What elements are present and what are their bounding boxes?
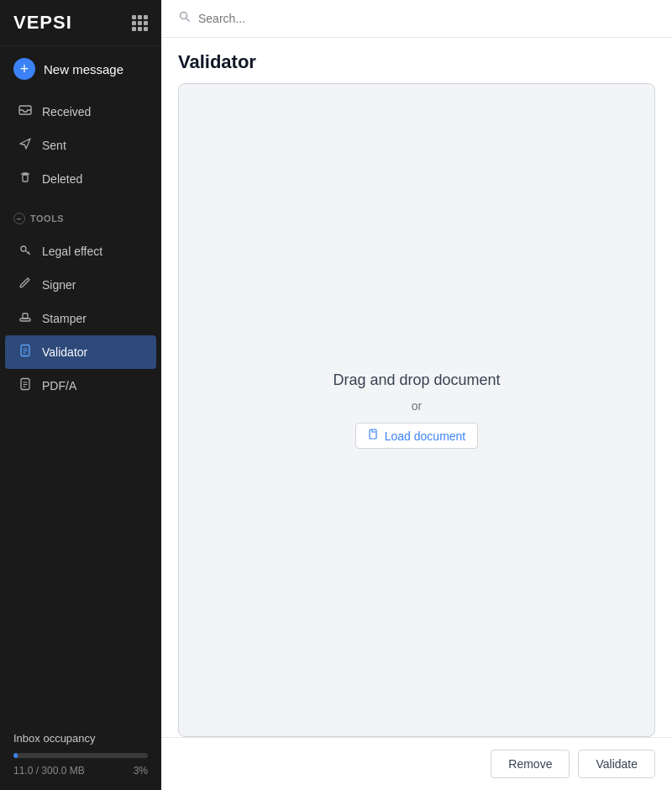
tools-collapse-icon[interactable]: − [13, 213, 25, 224]
stamper-icon [18, 310, 32, 327]
progress-bar-background [13, 753, 148, 758]
tools-label: TOOLS [30, 213, 64, 224]
load-document-label: Load document [385, 429, 466, 443]
sidebar-item-deleted[interactable]: Deleted [5, 162, 156, 196]
sidebar-item-signer-label: Signer [42, 278, 76, 292]
plus-icon: + [13, 58, 35, 80]
bottom-actions: Remove Validate [161, 737, 672, 790]
tools-nav: Legal effect Signer Stamper Validator PD… [0, 231, 161, 406]
search-icon [178, 10, 192, 27]
sent-icon [18, 137, 32, 154]
sidebar-header: VEPSI [0, 0, 161, 46]
sidebar-item-legal-effect[interactable]: Legal effect [5, 234, 156, 268]
occupancy-used: 11.0 / 300.0 MB [13, 765, 85, 777]
load-document-button[interactable]: Load document [355, 423, 479, 449]
validate-button[interactable]: Validate [578, 750, 655, 778]
grid-menu-button[interactable] [132, 15, 148, 31]
svg-rect-8 [370, 429, 376, 439]
file-icon [368, 429, 380, 443]
sidebar-item-sent[interactable]: Sent [5, 129, 156, 162]
sidebar-item-validator-label: Validator [42, 345, 87, 359]
sidebar-item-validator[interactable]: Validator [5, 335, 156, 369]
sidebar-item-deleted-label: Deleted [42, 172, 82, 186]
search-input[interactable] [198, 12, 366, 25]
svg-rect-1 [23, 175, 28, 182]
inbox-occupancy-label: Inbox occupancy [13, 732, 148, 745]
drop-zone[interactable]: Drag and drop document or Load document [178, 83, 655, 737]
grid-icon [132, 15, 148, 31]
new-message-label: New message [44, 62, 123, 76]
remove-button[interactable]: Remove [491, 750, 570, 778]
logo: VEPSI [13, 12, 72, 34]
new-message-button[interactable]: + New message [0, 46, 161, 92]
sidebar: VEPSI + New message Received Sent [0, 0, 161, 790]
signer-icon [18, 276, 32, 293]
sidebar-item-sent-label: Sent [42, 139, 66, 152]
sidebar-item-stamper-label: Stamper [42, 312, 87, 325]
inbox-occupancy-section: Inbox occupancy 11.0 / 300.0 MB 3% [0, 719, 161, 790]
sidebar-item-pdfa-label: PDF/A [42, 379, 76, 392]
sidebar-item-received-label: Received [42, 105, 91, 118]
main-content: Validator Drag and drop document or Load… [161, 0, 672, 790]
sidebar-item-legal-effect-label: Legal effect [42, 245, 102, 258]
main-nav: Received Sent Deleted [0, 92, 161, 199]
validator-icon [18, 344, 32, 361]
progress-bar-fill [13, 753, 18, 758]
sidebar-item-received[interactable]: Received [5, 95, 156, 129]
inbox-icon [18, 103, 32, 120]
sidebar-item-stamper[interactable]: Stamper [5, 302, 156, 335]
sidebar-item-pdfa[interactable]: PDF/A [5, 369, 156, 403]
occupancy-percent: 3% [134, 765, 148, 777]
svg-rect-4 [23, 313, 28, 319]
trash-icon [18, 171, 32, 187]
drag-drop-text: Drag and drop document [333, 371, 500, 389]
tools-section-header: − TOOLS [0, 206, 161, 231]
svg-point-7 [181, 13, 187, 19]
top-bar [161, 0, 672, 38]
search-wrapper [178, 10, 366, 27]
occupancy-stats: 11.0 / 300.0 MB 3% [13, 765, 148, 777]
sidebar-item-signer[interactable]: Signer [5, 268, 156, 302]
key-icon [18, 243, 32, 260]
pdfa-icon [18, 377, 32, 394]
or-text: or [412, 399, 422, 413]
page-title: Validator [161, 38, 672, 83]
